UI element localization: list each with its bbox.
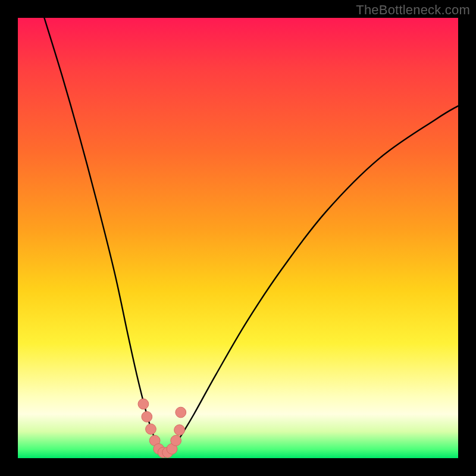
curve-layer	[18, 18, 458, 458]
highlight-marker	[142, 412, 152, 422]
highlight-marker	[176, 407, 186, 418]
watermark-text: TheBottleneck.com	[356, 2, 470, 18]
plot-area	[18, 18, 458, 458]
chart-frame: TheBottleneck.com	[0, 0, 476, 476]
bottleneck-curve	[44, 18, 458, 453]
highlight-markers	[138, 399, 186, 458]
highlight-marker	[146, 424, 156, 434]
highlight-marker	[138, 399, 149, 409]
highlight-marker	[174, 425, 185, 436]
highlight-marker	[171, 436, 181, 446]
